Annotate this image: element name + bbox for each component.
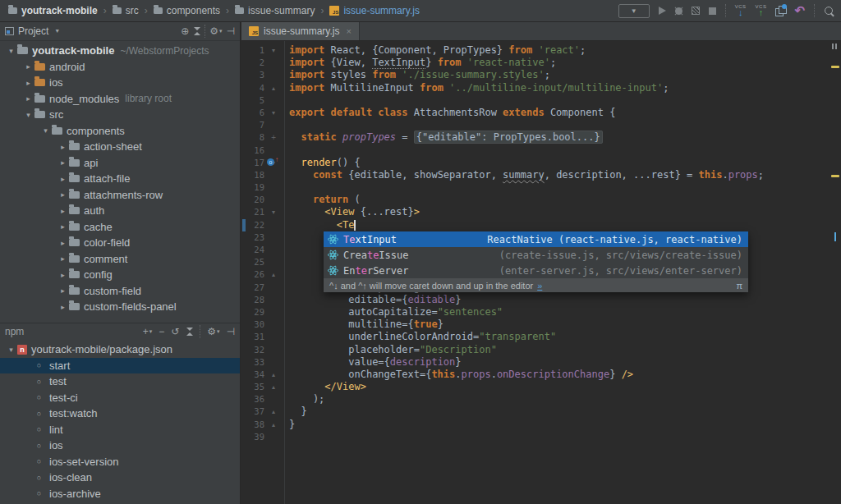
tree-item-action-sheet[interactable]: ▸action-sheet bbox=[0, 139, 240, 155]
chevron-right-icon[interactable]: ▸ bbox=[22, 79, 34, 87]
undo-button[interactable]: ↶ bbox=[794, 6, 805, 16]
tree-item-attach-file[interactable]: ▸attach-file bbox=[0, 171, 240, 187]
chevron-right-icon[interactable]: ▸ bbox=[57, 175, 69, 183]
code-line-34[interactable]: 34▴ onChangeText={this.props.onDescripti… bbox=[241, 369, 841, 381]
code-line-38[interactable]: 38▴} bbox=[241, 419, 841, 431]
chevron-right-icon[interactable]: ▸ bbox=[22, 94, 34, 103]
code-line-3[interactable]: 3import styles from './issue-summary.sty… bbox=[241, 69, 841, 81]
npm-item-ios[interactable]: ○ios bbox=[0, 438, 240, 454]
tree-item-comment[interactable]: ▸comment bbox=[0, 251, 240, 268]
code-line-33[interactable]: 33 value={description} bbox=[241, 356, 841, 369]
npm-item-test-ci[interactable]: ○test-ci bbox=[0, 390, 240, 406]
code-line-4[interactable]: 4▴import MultilineInput from '../multili… bbox=[241, 82, 841, 94]
breadcrumb-item-youtrack-mobile[interactable]: youtrack-mobile bbox=[8, 5, 98, 16]
breadcrumb-item-issue-summary[interactable]: issue-summary bbox=[235, 5, 315, 16]
chevron-right-icon[interactable]: ▸ bbox=[57, 239, 69, 247]
locate-file-button[interactable]: ⊕ bbox=[181, 26, 189, 36]
vcs-commit-button[interactable]: VCS ↑ bbox=[756, 4, 767, 17]
tree-item-cache[interactable]: ▸cache bbox=[0, 219, 240, 236]
remove-script-button[interactable]: − bbox=[159, 327, 164, 337]
tree-item-youtrack-mobile[interactable]: ▾youtrack-mobile~/WebstormProjects bbox=[0, 43, 240, 59]
add-script-button[interactable]: +▾ bbox=[143, 327, 153, 337]
recent-changes-button[interactable] bbox=[775, 6, 785, 16]
code-line-37[interactable]: 37▴ } bbox=[241, 405, 841, 418]
chevron-right-icon[interactable]: ▸ bbox=[57, 271, 69, 279]
run-button[interactable] bbox=[659, 7, 666, 15]
chevron-down-icon[interactable]: ▾ bbox=[5, 47, 17, 55]
chevron-down-icon[interactable]: ▾ bbox=[5, 346, 17, 354]
breadcrumb-item-src[interactable]: src bbox=[113, 5, 139, 16]
fold-marker-icon[interactable]: ▾ bbox=[264, 206, 283, 218]
chevron-right-icon[interactable]: ▸ bbox=[57, 286, 69, 295]
run-configuration-select[interactable]: ▼ bbox=[618, 4, 650, 18]
npm-item-start[interactable]: ○start bbox=[0, 358, 240, 374]
override-method-icon[interactable]: o bbox=[267, 158, 274, 166]
fold-marker-icon[interactable]: ▾ bbox=[264, 44, 283, 57]
chevron-down-icon[interactable]: ▾ bbox=[39, 126, 52, 135]
tree-item-android[interactable]: ▸android bbox=[0, 59, 240, 76]
code-line-16[interactable]: 16 bbox=[241, 144, 841, 157]
tree-item-api[interactable]: ▸api bbox=[0, 155, 240, 172]
npm-item-ios-set-version[interactable]: ○ios-set-version bbox=[0, 454, 240, 470]
code-line-17[interactable]: 17▾o render() { bbox=[241, 157, 841, 169]
fold-marker-icon[interactable]: ▴ bbox=[264, 82, 283, 94]
chevron-right-icon[interactable]: ▸ bbox=[57, 254, 69, 263]
chevron-right-icon[interactable]: ▸ bbox=[57, 190, 69, 199]
refresh-icon[interactable]: ↺ bbox=[171, 327, 179, 337]
hide-panel-button[interactable]: ⊣ bbox=[227, 327, 235, 337]
code-line-35[interactable]: 35▴ </View> bbox=[241, 381, 841, 393]
fold-marker-icon[interactable]: ▴ bbox=[264, 381, 283, 393]
npm-item-ios-archive[interactable]: ○ios-archive bbox=[0, 486, 240, 502]
collapse-all-button[interactable] bbox=[186, 327, 193, 337]
code-line-1[interactable]: 1▾import React, {Component, PropTypes} f… bbox=[241, 44, 841, 57]
npm-item-lint[interactable]: ○lint bbox=[0, 422, 240, 438]
code-line-36[interactable]: 36 ); bbox=[241, 393, 841, 405]
chevron-right-icon[interactable]: ▸ bbox=[57, 158, 69, 167]
code-line-32[interactable]: 32 placeholder="Description" bbox=[241, 344, 841, 356]
fold-marker-icon[interactable]: + bbox=[264, 131, 283, 144]
code-line-20[interactable]: 20 return ( bbox=[241, 194, 841, 206]
code-line-28[interactable]: 28 editable={editable} bbox=[241, 294, 841, 306]
coverage-button[interactable] bbox=[692, 7, 700, 15]
caret-stripe-mark[interactable] bbox=[834, 232, 836, 241]
debug-button[interactable] bbox=[675, 7, 682, 15]
fold-marker-icon[interactable]: ▴ bbox=[264, 369, 283, 381]
tree-item-auth[interactable]: ▸auth bbox=[0, 203, 240, 219]
chevron-right-icon[interactable]: ▸ bbox=[57, 207, 69, 215]
tree-item-attachments-row[interactable]: ▸attachments-row bbox=[0, 187, 240, 204]
gear-icon[interactable]: ⚙▾ bbox=[209, 26, 222, 36]
code-line-18[interactable]: 18 const {editable, showSeparator, summa… bbox=[241, 169, 841, 181]
close-icon[interactable]: × bbox=[346, 26, 351, 36]
tree-item-color-field[interactable]: ▸color-field bbox=[0, 235, 240, 251]
chevron-down-icon[interactable]: ▼ bbox=[54, 26, 60, 36]
tree-item-src[interactable]: ▾src bbox=[0, 107, 240, 123]
completion-item-CreateIssue[interactable]: CreateIssue(create-issue.js, src/views/c… bbox=[324, 247, 748, 263]
code-line-8[interactable]: 8+ static propTypes = {"editable": PropT… bbox=[241, 131, 841, 144]
code-line-21[interactable]: 21▾ <View {...rest}> bbox=[241, 206, 841, 218]
gear-icon[interactable]: ⚙▾ bbox=[207, 327, 219, 337]
chevron-right-icon[interactable]: ▸ bbox=[22, 62, 34, 71]
tree-item-custom-field[interactable]: ▸custom-field bbox=[0, 283, 240, 300]
tree-item-config[interactable]: ▸config bbox=[0, 267, 240, 283]
code-line-30[interactable]: 30 multiline={true} bbox=[241, 318, 841, 331]
breadcrumb-item-components[interactable]: components bbox=[154, 5, 220, 16]
chevron-right-icon[interactable]: ▸ bbox=[57, 143, 69, 151]
search-everywhere-button[interactable] bbox=[824, 6, 834, 16]
fold-marker-icon[interactable]: ▴ bbox=[264, 268, 283, 281]
code-line-19[interactable]: 19 bbox=[241, 181, 841, 194]
npm-item-test[interactable]: ○test bbox=[0, 373, 240, 390]
breadcrumb-item-issue-summary.js[interactable]: JSissue-summary.js bbox=[329, 5, 419, 16]
fold-marker-icon[interactable]: ▴ bbox=[264, 419, 283, 431]
completion-item-TextInput[interactable]: TextInputReactNative (react-native.js, r… bbox=[324, 231, 748, 247]
npm-item-youtrack-mobile/package.json[interactable]: ▾nyoutrack-mobile/package.json bbox=[0, 341, 240, 358]
tab-issue-summary-js[interactable]: JS issue-summary.js × bbox=[241, 22, 360, 40]
npm-item-ios-clean[interactable]: ○ios-clean bbox=[0, 470, 240, 486]
tree-item-ios[interactable]: ▸ios bbox=[0, 75, 240, 91]
completion-item-EnterServer[interactable]: EnterServer(enter-server.js, src/views/e… bbox=[324, 263, 748, 278]
tree-item-custom-fields-panel[interactable]: ▸custom-fields-panel bbox=[0, 299, 240, 315]
code-line-39[interactable]: 39 bbox=[241, 431, 841, 443]
chevron-down-icon[interactable]: ▾ bbox=[22, 111, 34, 119]
hide-panel-button[interactable]: ⊣ bbox=[227, 26, 235, 36]
tree-item-node_modules[interactable]: ▸node_moduleslibrary root bbox=[0, 91, 240, 108]
code-line-6[interactable]: 6▾export default class AttachmentsRow ex… bbox=[241, 107, 841, 119]
